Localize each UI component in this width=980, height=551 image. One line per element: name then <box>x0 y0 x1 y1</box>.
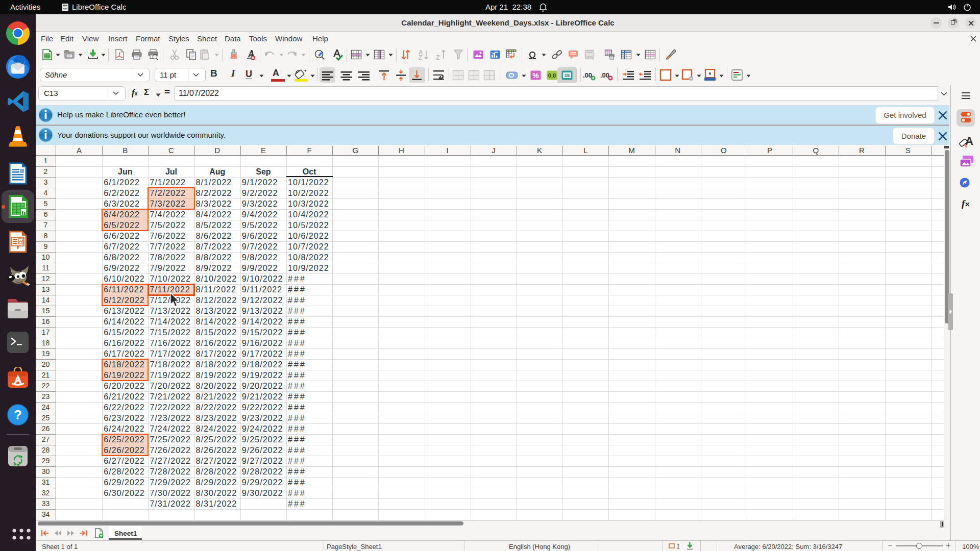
svg-text:15: 15 <box>565 73 570 78</box>
svg-text:%: % <box>532 71 539 80</box>
svg-text:Z: Z <box>436 54 439 61</box>
svg-text:?: ? <box>14 407 22 422</box>
svg-text:.00: .00 <box>600 71 609 79</box>
svg-text:.00: .00 <box>583 71 592 79</box>
svg-text:I: I <box>676 543 680 549</box>
svg-text:Z: Z <box>419 54 422 61</box>
svg-text:0.0: 0.0 <box>548 72 556 79</box>
